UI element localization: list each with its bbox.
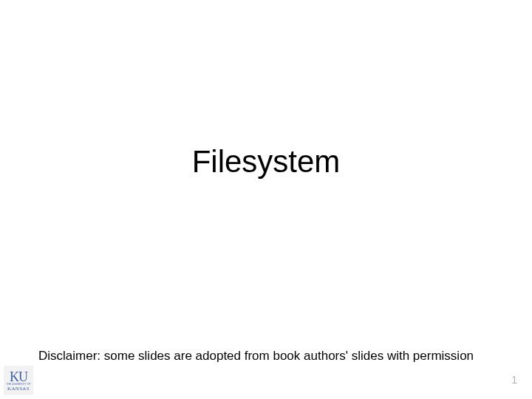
logo-kansas-text: KANSAS [7,386,30,392]
slide-title: Filesystem [0,144,532,180]
disclaimer-text: Disclaimer: some slides are adopted from… [38,349,510,364]
logo-ku-text: KU [10,370,27,383]
ku-logo: KU THE UNIVERSITY OF KANSAS [4,366,33,395]
page-number: 1 [511,374,517,386]
slide-container: Filesystem Disclaimer: some slides are a… [0,0,532,399]
